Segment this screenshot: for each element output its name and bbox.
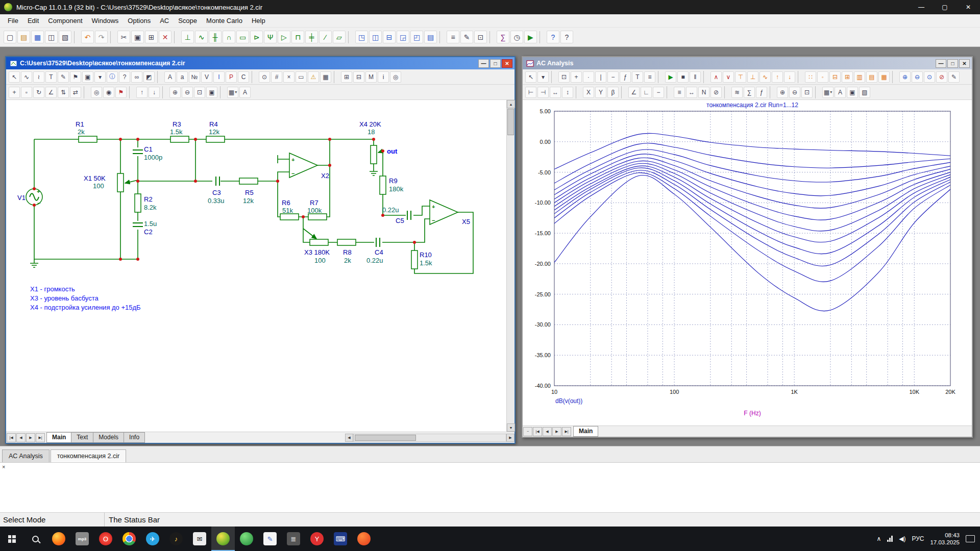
- prev-page-button[interactable]: ◀: [16, 433, 26, 442]
- scroll-up-icon[interactable]: ▲: [507, 100, 515, 108]
- cursor-mode-icon[interactable]: +: [571, 71, 582, 83]
- delete-icon[interactable]: ✕: [159, 31, 172, 43]
- calculator-icon[interactable]: ∑: [497, 31, 509, 43]
- autoscale-icon[interactable]: ⊙: [924, 71, 935, 83]
- component-browser-icon[interactable]: ≡: [447, 31, 459, 43]
- grid-select-icon[interactable]: ▦▾: [822, 87, 834, 98]
- global-high-tag-icon[interactable]: ↑: [772, 71, 783, 83]
- tile-horizontal-icon[interactable]: ⊟: [383, 31, 396, 43]
- link-mode-icon[interactable]: ∞: [131, 71, 142, 83]
- menu-edit[interactable]: Edit: [23, 15, 43, 27]
- ac-restore-button[interactable]: □: [947, 59, 958, 68]
- menu-scope[interactable]: Scope: [174, 15, 202, 27]
- menu-monte-carlo[interactable]: Monte Carlo: [202, 15, 247, 27]
- pan-mode-icon[interactable]: +: [9, 87, 20, 98]
- taskbar-app-notepad[interactable]: ✎: [258, 527, 282, 551]
- wire-diagonal-mode-icon[interactable]: ≀: [33, 71, 44, 83]
- menu-help[interactable]: Help: [247, 15, 270, 27]
- go-to-x-icon[interactable]: X: [583, 87, 594, 98]
- grid-text-toggle-icon[interactable]: a: [177, 71, 188, 83]
- taskbar-app-firefox[interactable]: [47, 527, 70, 551]
- zoom-out-icon[interactable]: ⊖: [182, 87, 193, 98]
- plot-y-expression[interactable]: dB(v(out)): [555, 397, 582, 405]
- tile-vertical-icon[interactable]: ◫: [369, 31, 382, 43]
- next-page-button[interactable]: ▶: [552, 427, 561, 436]
- shape-editor-icon[interactable]: ✎: [460, 31, 473, 43]
- tokens-toggle-icon[interactable]: ◦: [817, 71, 828, 83]
- refresh-icon[interactable]: ↻: [33, 87, 44, 98]
- split-circuit-text-icon[interactable]: ◰: [410, 31, 423, 43]
- scale-mode-icon[interactable]: ⊡: [558, 71, 570, 83]
- zoom-out-icon[interactable]: ⊖: [789, 87, 800, 98]
- minor-log-grids-toggle-icon[interactable]: ▦: [878, 71, 890, 83]
- overlap-windows-icon[interactable]: ◲: [397, 31, 409, 43]
- paste-icon[interactable]: ⊞: [145, 31, 158, 43]
- info-mode-icon[interactable]: ⓘ: [107, 71, 118, 83]
- restore-limits-icon[interactable]: ⊘: [936, 71, 947, 83]
- calculator-icon[interactable]: ∑: [744, 87, 755, 98]
- watch-icon[interactable]: ◷: [510, 31, 523, 43]
- schematic-canvas[interactable]: + −: [6, 100, 506, 432]
- scroll-right-icon[interactable]: ▶: [506, 434, 514, 442]
- same-x-scales-icon[interactable]: ↔: [686, 87, 697, 98]
- zero-slope-icon[interactable]: −: [653, 87, 664, 98]
- region-enable-mode-icon[interactable]: ◩: [143, 71, 155, 83]
- scroll-thumb[interactable]: [507, 109, 514, 135]
- data-points-toggle-icon[interactable]: ∷: [805, 71, 816, 83]
- node-voltages-toggle-icon[interactable]: V: [201, 71, 212, 83]
- select-dropdown-icon[interactable]: ▾: [537, 71, 549, 83]
- high-tag-icon[interactable]: ⊤: [735, 71, 746, 83]
- pattern-icon[interactable]: ▦: [320, 71, 331, 83]
- cascade-windows-icon[interactable]: ◳: [355, 31, 368, 43]
- resistor-component-icon[interactable]: ▭: [236, 31, 249, 43]
- tab-schematic-file[interactable]: тонкомпенсация 2.cir: [51, 449, 126, 462]
- ground-component-icon[interactable]: ⊥: [181, 31, 194, 43]
- package-editor-icon[interactable]: ⊡: [474, 31, 487, 43]
- macro-component-icon[interactable]: ▱: [333, 31, 346, 43]
- page-add-icon[interactable]: ⊞: [341, 71, 352, 83]
- schematic-horizontal-scrollbar[interactable]: ◀ ▶: [345, 433, 514, 442]
- message-pane-close-icon[interactable]: ×: [2, 464, 5, 470]
- mode-dropdown-icon[interactable]: ▾: [94, 71, 106, 83]
- taskbar-app-task-manager[interactable]: ≣: [282, 527, 305, 551]
- cleanup-icon[interactable]: ⊘: [710, 87, 722, 98]
- context-help-icon[interactable]: ?: [560, 31, 573, 43]
- rotate-icon[interactable]: ∠: [45, 87, 57, 98]
- strip-button[interactable]: −: [523, 427, 532, 436]
- power-toggle-icon[interactable]: P: [226, 71, 237, 83]
- copy-to-clipboard-icon[interactable]: ▣: [206, 87, 217, 98]
- schematic-page-tab-main[interactable]: Main: [46, 432, 71, 443]
- search-button[interactable]: [23, 527, 47, 551]
- numeric-output-icon[interactable]: ▤: [424, 31, 437, 43]
- tab-ac-analysis[interactable]: AC Analysis: [2, 449, 50, 462]
- stop-button-icon[interactable]: ■: [677, 71, 689, 83]
- zoom-in-icon[interactable]: ⊕: [777, 87, 788, 98]
- taskbar-app-telegram[interactable]: ✈: [141, 527, 164, 551]
- diode-component-icon[interactable]: ⊳: [250, 31, 263, 43]
- schematic-close-button[interactable]: ✕: [502, 59, 512, 68]
- zoom-area-icon[interactable]: ⊡: [801, 87, 813, 98]
- ac-plot-area[interactable]: 5.000.00-5.00-10.00-15.00-20.00-25.00-30…: [523, 100, 972, 425]
- up-level-icon[interactable]: ↑: [136, 87, 148, 98]
- zoom-area-icon[interactable]: ⊡: [194, 87, 205, 98]
- zoom-in-icon[interactable]: ⊕: [899, 71, 911, 83]
- text-mode-icon[interactable]: T: [45, 71, 57, 83]
- print-icon[interactable]: ▧: [59, 31, 71, 43]
- vertical-cursor-mode-icon[interactable]: ⊣: [537, 87, 549, 98]
- inductor-component-icon[interactable]: ∩: [223, 31, 235, 43]
- align-cursors-icon[interactable]: ≡: [674, 87, 685, 98]
- zoom-out-icon[interactable]: ⊖: [912, 71, 923, 83]
- print-graph-icon[interactable]: ▧: [859, 87, 870, 98]
- next-page-button[interactable]: ▶: [26, 433, 35, 442]
- maximize-button[interactable]: ▢: [933, 0, 957, 14]
- waveform-buffer-icon[interactable]: ≋: [731, 87, 743, 98]
- first-page-button[interactable]: |◀: [7, 433, 16, 442]
- opamp-component-icon[interactable]: ▷: [278, 31, 290, 43]
- redo-icon[interactable]: ↷: [95, 31, 108, 43]
- scroll-down-icon[interactable]: ▼: [507, 423, 515, 432]
- minimize-button[interactable]: —: [910, 0, 933, 14]
- copy-icon[interactable]: ▣: [131, 31, 144, 43]
- global-low-tag-icon[interactable]: ↓: [784, 71, 795, 83]
- vertical-tag-mode-icon[interactable]: |: [595, 71, 606, 83]
- properties-icon[interactable]: ≡: [644, 71, 655, 83]
